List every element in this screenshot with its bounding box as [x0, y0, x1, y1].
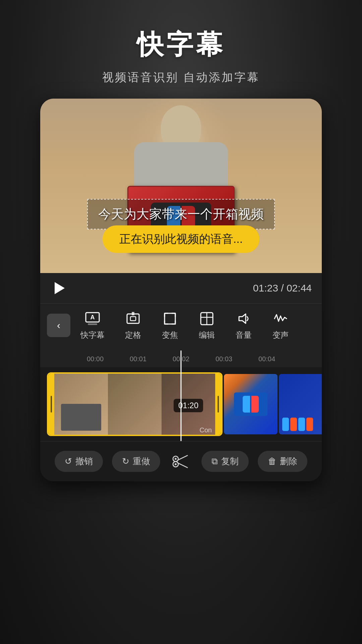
back-button[interactable]: ‹	[47, 314, 70, 337]
ruler-label-0: 00:00	[87, 355, 104, 363]
yinliang-icon	[235, 310, 252, 327]
unsel-clip-1[interactable]	[224, 374, 278, 434]
yinliang-label: 音量	[236, 330, 252, 340]
svg-rect-7	[165, 313, 175, 324]
undo-button[interactable]: ↺ 撤销	[55, 451, 103, 472]
thumbnail-area[interactable]: 01:20 Con	[40, 367, 322, 441]
time-display: 01:23 / 02:44	[253, 282, 312, 294]
ruler-label-3: 00:03	[216, 355, 232, 363]
svg-rect-6	[130, 317, 136, 321]
ruler-tick-3: 00:03	[202, 355, 245, 363]
play-icon	[55, 282, 65, 294]
svg-line-23	[178, 463, 187, 468]
tool-kuzimu[interactable]: A 快字幕	[70, 307, 115, 344]
biansheng-icon	[272, 310, 289, 327]
svg-rect-3	[127, 314, 139, 323]
timeline-playhead	[181, 367, 182, 441]
tool-dingge[interactable]: 定格	[115, 307, 152, 344]
scissors-icon	[171, 451, 191, 472]
clip-thumbnail-3: 01:20 Con	[162, 374, 215, 436]
tool-bianjiao[interactable]: 变焦	[152, 307, 188, 344]
biansheng-label: 变声	[273, 330, 289, 340]
svg-line-22	[178, 455, 187, 460]
redo-button[interactable]: ↻ 重做	[112, 451, 160, 472]
tool-bianji[interactable]: 编辑	[188, 307, 225, 344]
svg-point-24	[175, 458, 177, 460]
kuzimu-label: 快字幕	[80, 330, 105, 340]
clip-thumbnail-1	[54, 374, 108, 436]
video-placeholder: 今天为大家带来一个开箱视频 正在识别此视频的语音...	[40, 99, 322, 273]
header-section: 快字幕 视频语音识别 自动添加字幕	[102, 0, 259, 85]
delete-label: 删除	[280, 455, 297, 467]
svg-text:A: A	[90, 314, 95, 321]
bianji-icon	[198, 310, 215, 327]
processing-badge: 正在识别此视频的语音...	[103, 225, 259, 253]
svg-marker-19	[239, 314, 246, 323]
subtitle: 视频语音识别 自动添加字幕	[102, 70, 259, 85]
dingge-icon	[125, 310, 141, 327]
bianji-label: 编辑	[199, 330, 215, 340]
subtitle-overlay-box: 今天为大家带来一个开箱视频	[87, 199, 275, 229]
clip-right-handle-line	[218, 396, 219, 413]
tool-yinliang[interactable]: 音量	[225, 307, 262, 344]
timeline-ruler: 00:00 00:01 00:02 00:03 00:04	[40, 351, 322, 367]
subtitle-overlay-text: 今天为大家带来一个开箱视频	[98, 206, 264, 223]
clip-thumbnail-2	[108, 374, 162, 436]
video-area: 今天为大家带来一个开箱视频 正在识别此视频的语音...	[40, 99, 322, 273]
tool-biansheng[interactable]: 变声	[262, 307, 299, 344]
chevron-left-icon: ‹	[57, 320, 60, 331]
delete-icon: 🗑	[268, 456, 277, 467]
clip-time-badge: 01:20	[174, 399, 203, 412]
copy-icon: ⧉	[212, 456, 218, 467]
copy-button[interactable]: ⧉ 复制	[201, 451, 249, 472]
undo-icon: ↺	[65, 456, 72, 467]
scissors-button[interactable]	[169, 450, 192, 473]
clip-handle-line	[51, 396, 52, 413]
redo-icon: ↻	[122, 456, 129, 467]
clip-left-handle[interactable]	[48, 374, 54, 435]
tools-scroll: A 快字幕 定格	[70, 307, 322, 344]
kuzimu-icon: A	[84, 310, 101, 327]
delete-button[interactable]: 🗑 删除	[258, 451, 307, 472]
ruler-label-4: 00:04	[258, 355, 275, 363]
phone-mockup: 今天为大家带来一个开箱视频 正在识别此视频的语音... 01:23 / 02:4…	[40, 99, 322, 481]
play-button[interactable]	[50, 280, 67, 297]
ruler-tick-4: 00:04	[245, 355, 288, 363]
dingge-label: 定格	[125, 330, 141, 340]
copy-label: 复制	[221, 455, 239, 467]
processing-text: 正在识别此视频的语音...	[119, 232, 243, 245]
svg-point-25	[175, 463, 177, 465]
unselected-clips	[224, 374, 322, 434]
unsel-clip-2[interactable]	[279, 374, 322, 434]
undo-label: 撤销	[75, 455, 93, 467]
ruler-label-1: 00:01	[130, 355, 146, 363]
main-content: 快字幕 视频语音识别 自动添加字幕 今天为大家带来一个开箱	[0, 0, 362, 644]
ruler-tick-1: 00:01	[117, 355, 160, 363]
video-controls: 01:23 / 02:44	[40, 273, 322, 303]
redo-label: 重做	[133, 455, 150, 467]
ruler-tick-0: 00:00	[74, 355, 117, 363]
bianjiao-label: 变焦	[162, 330, 178, 340]
timeline-needle	[181, 351, 182, 367]
bottom-toolbar: ↺ 撤销 ↻ 重做 ⧉ 复制	[40, 441, 322, 481]
clip-right-handle[interactable]	[215, 374, 221, 435]
main-title: 快字幕	[102, 27, 259, 63]
bianjiao-icon	[162, 310, 178, 327]
tools-bar: ‹ A 快字幕	[40, 303, 322, 351]
selected-clip[interactable]: 01:20 Con	[47, 372, 223, 436]
svg-rect-1	[88, 323, 97, 325]
